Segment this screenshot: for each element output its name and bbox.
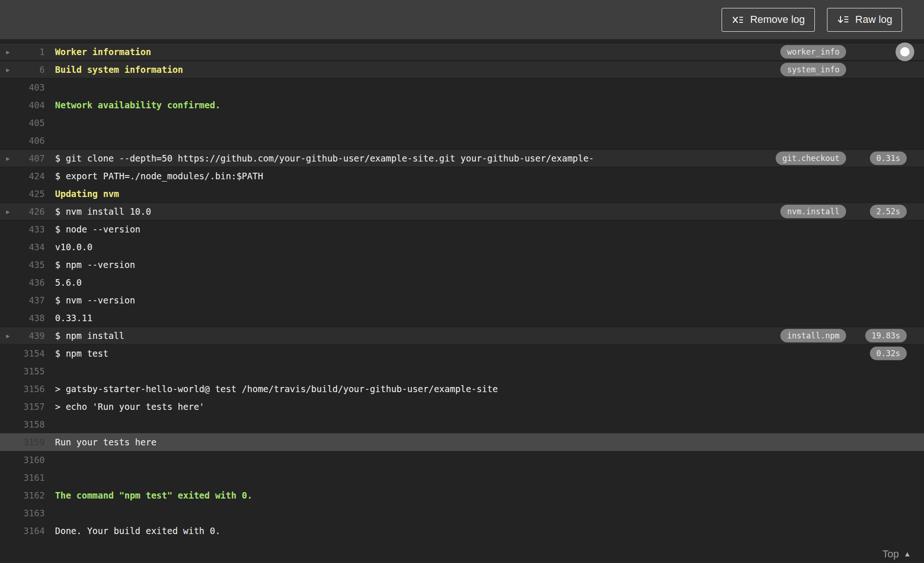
line-number[interactable]: 3157 [19,401,45,412]
fold-name-badge: nvm.install [780,205,846,218]
log-text: 5.6.0 [55,277,82,288]
log-row: 404Network availability confirmed. [0,96,924,114]
log-row: 3156> gatsby-starter-hello-world@ test /… [0,380,924,398]
fold-name-badge: install.npm [780,329,846,343]
log-row: 3158 [0,415,924,433]
line-number[interactable]: 3154 [19,348,45,359]
log-row: 3162The command "npm test" exited with 0… [0,486,924,504]
log-text: $ node --version [55,224,140,234]
log-row: 3159Run your tests here [0,433,924,451]
line-number[interactable]: 3160 [19,455,45,465]
log-text: Done. Your build exited with 0. [55,526,221,536]
line-number[interactable]: 407 [19,153,45,163]
log-row: 437$ nvm --version [0,291,924,309]
log-text: $ npm test [55,348,108,359]
scroll-to-top-label: Top [882,548,899,560]
log-row: 435$ npm --version [0,256,924,274]
log-text: $ git clone --depth=50 https://github.co… [55,153,594,163]
log-row: ▶407$ git clone --depth=50 https://githu… [0,149,924,167]
remove-log-icon [731,14,744,26]
log-text: $ npm install [55,331,125,341]
line-number[interactable]: 437 [19,295,45,305]
line-number[interactable]: 438 [19,313,45,323]
duration-badge: 0.31s [870,152,907,165]
log-text: The command "npm test" exited with 0. [55,490,252,500]
line-number[interactable]: 425 [19,189,45,199]
line-number[interactable]: 3155 [19,366,45,376]
log-row: ▶6Build system informationsystem_info [0,61,924,78]
fold-toggle-icon[interactable]: ▶ [0,155,19,162]
line-number[interactable]: 404 [19,100,45,110]
line-number[interactable]: 3164 [19,526,45,536]
log-row: 434v10.0.0 [0,238,924,256]
log-row: 3160 [0,451,924,469]
log-row: 3154$ npm test0.32s [0,345,924,362]
log-row: 3163 [0,504,924,522]
log-row: 4365.6.0 [0,274,924,291]
remove-log-button[interactable]: Remove log [722,8,814,32]
log-text: > echo 'Run your tests here' [55,401,204,412]
log-row: 406 [0,132,924,149]
duration-badge: 19.83s [865,329,907,343]
scroll-to-top-link[interactable]: Top ▲ [882,548,911,560]
raw-log-icon [837,14,849,26]
line-number[interactable]: 6 [19,64,45,75]
log-row: ▶439$ npm installinstall.npm19.83s [0,327,924,345]
log-row: ▶426$ nvm install 10.0nvm.install2.52s [0,203,924,220]
line-number[interactable]: 434 [19,242,45,252]
log-text: $ nvm install 10.0 [55,206,151,217]
line-number[interactable]: 3159 [19,437,45,447]
log-text: Updating nvm [55,189,119,199]
line-number[interactable]: 3162 [19,490,45,500]
log-status-indicator-core [900,47,910,56]
log-status-indicator-icon [896,42,914,61]
line-number[interactable]: 406 [19,135,45,146]
fold-toggle-icon[interactable]: ▶ [0,49,19,56]
log-row: 3164Done. Your build exited with 0. [0,522,924,540]
line-number[interactable]: 436 [19,277,45,288]
duration-badge: 2.52s [870,205,907,218]
log-text: $ npm --version [55,260,135,270]
log-text: $ nvm --version [55,295,135,305]
log-row: 3161 [0,469,924,486]
line-number[interactable]: 3163 [19,508,45,518]
log-text: 0.33.11 [55,313,92,323]
line-number[interactable]: 435 [19,260,45,270]
build-log: ▶1Worker informationworker_info▶6Build s… [0,39,924,540]
line-number[interactable]: 3158 [19,419,45,429]
log-text: $ export PATH=./node_modules/.bin:$PATH [55,171,263,181]
line-number[interactable]: 1 [19,47,45,57]
log-text: Build system information [55,64,183,75]
log-text: v10.0.0 [55,242,92,252]
log-row: 3155 [0,362,924,380]
fold-toggle-icon[interactable]: ▶ [0,332,19,339]
line-number[interactable]: 426 [19,206,45,217]
log-row: ▶1Worker informationworker_info [0,43,924,61]
raw-log-label: Raw log [855,14,892,26]
log-row: 4380.33.11 [0,309,924,327]
log-row: 403 [0,78,924,96]
log-text: Worker information [55,47,151,57]
log-row: 433$ node --version [0,220,924,238]
fold-toggle-icon[interactable]: ▶ [0,66,19,73]
line-number[interactable]: 3161 [19,472,45,483]
log-text: > gatsby-starter-hello-world@ test /home… [55,384,498,394]
fold-toggle-icon[interactable]: ▶ [0,208,19,215]
line-number[interactable]: 405 [19,118,45,128]
log-row: 425Updating nvm [0,185,924,203]
line-number[interactable]: 433 [19,224,45,234]
log-rows: ▶1Worker informationworker_info▶6Build s… [0,43,924,540]
line-number[interactable]: 403 [19,82,45,92]
fold-name-badge: worker_info [780,45,846,59]
line-number[interactable]: 439 [19,331,45,341]
log-text: Network availability confirmed. [55,100,221,110]
log-row: 3157> echo 'Run your tests here' [0,398,924,415]
fold-name-badge: git.checkout [776,152,846,165]
line-number[interactable]: 424 [19,171,45,181]
line-number[interactable]: 3156 [19,384,45,394]
log-row: 405 [0,114,924,132]
fold-name-badge: system_info [780,63,846,77]
duration-badge: 0.32s [870,347,907,360]
raw-log-button[interactable]: Raw log [827,8,902,32]
log-toolbar: Remove log Raw log [0,0,924,39]
